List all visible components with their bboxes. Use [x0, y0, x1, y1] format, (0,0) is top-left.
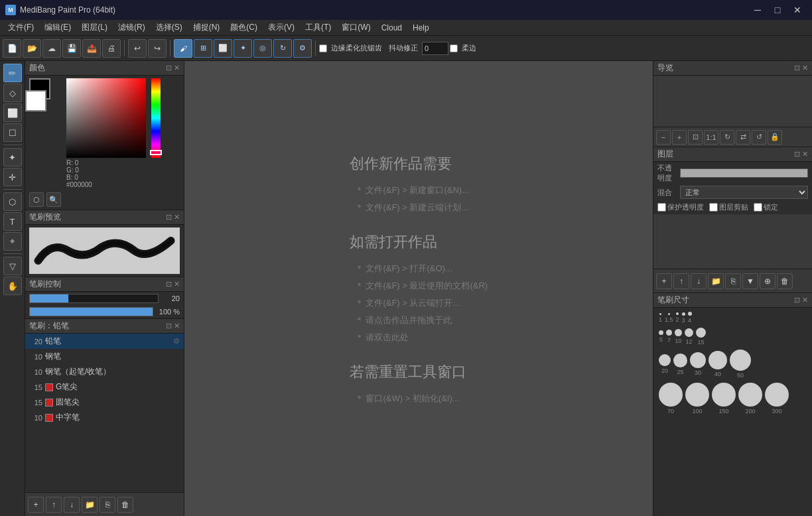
- nav-zoom-out[interactable]: −: [656, 130, 671, 145]
- layers-opacity-slider[interactable]: [680, 168, 808, 178]
- brush-size-cell-15[interactable]: 15: [696, 328, 706, 346]
- brush-size-cell-4[interactable]: 4: [688, 312, 692, 324]
- brush-list-popout[interactable]: ⊡: [166, 322, 172, 330]
- tool-eyedropper[interactable]: ✦: [3, 148, 22, 166]
- layer-merge-button[interactable]: ⊕: [760, 273, 776, 289]
- lock-checkbox[interactable]: [754, 203, 762, 212]
- tool-gradient[interactable]: ▽: [3, 257, 22, 275]
- brush-size-cell-1[interactable]: 1: [659, 313, 662, 323]
- brush-item-pen2[interactable]: 10 钢笔（起笔/收笔）: [25, 364, 184, 379]
- size-slider[interactable]: [29, 294, 159, 303]
- brush-settings-icon[interactable]: ⚙: [173, 337, 180, 346]
- nav-refresh[interactable]: ↺: [752, 130, 766, 145]
- brush-size-cell-30[interactable]: 30: [690, 352, 706, 376]
- nav-flip-h[interactable]: ⇄: [736, 130, 750, 145]
- layers-blend-select[interactable]: 正常: [680, 186, 808, 199]
- menu-file[interactable]: 文件(F): [3, 21, 39, 34]
- tb-redo-button[interactable]: ↪: [148, 39, 167, 58]
- brush-size-cell-5[interactable]: 5: [659, 330, 663, 343]
- tb-new-button[interactable]: 📄: [3, 39, 21, 58]
- brush-size-cell-7[interactable]: 7: [666, 330, 672, 344]
- nav-lock[interactable]: 🔒: [768, 130, 782, 145]
- tb-print-button[interactable]: 🖨: [102, 39, 121, 58]
- navigator-close[interactable]: ✕: [802, 64, 808, 72]
- tb-perspective-mode[interactable]: ✦: [234, 39, 252, 58]
- brush-control-close[interactable]: ✕: [174, 280, 180, 289]
- menu-cloud[interactable]: Cloud: [376, 22, 407, 34]
- nav-actual-size[interactable]: 1:1: [704, 130, 718, 145]
- brush-size-cell-100[interactable]: 100: [685, 383, 709, 415]
- menu-layer[interactable]: 图层(L): [76, 21, 113, 34]
- layer-down-button[interactable]: ▼: [742, 273, 758, 289]
- tb-brush-mode[interactable]: 🖌: [174, 39, 192, 58]
- brush-size-cell-50[interactable]: 50: [730, 350, 751, 379]
- maximize-button[interactable]: □: [768, 3, 787, 17]
- color-tool-1[interactable]: ⬡: [29, 192, 44, 207]
- brush-control-popout[interactable]: ⊡: [166, 280, 172, 289]
- tool-transform[interactable]: ⬡: [3, 192, 22, 211]
- tb-rotate-mode[interactable]: ↻: [273, 39, 292, 58]
- tool-fill[interactable]: ⬜: [3, 103, 22, 122]
- navigator-popout[interactable]: ⊡: [794, 64, 800, 72]
- nav-fit[interactable]: ⊡: [688, 130, 703, 145]
- bg-color-swatch[interactable]: [25, 90, 46, 111]
- brush-preview-close[interactable]: ✕: [174, 213, 180, 222]
- softedge-checkbox[interactable]: [450, 44, 458, 52]
- tb-save-button[interactable]: 💾: [62, 39, 81, 58]
- tb-cloud-button[interactable]: ☁: [42, 39, 61, 58]
- correction-input[interactable]: [422, 42, 448, 55]
- antialias-checkbox[interactable]: [319, 44, 327, 52]
- tb-undo-button[interactable]: ↩: [128, 39, 147, 58]
- brush-folder-button[interactable]: 📁: [82, 497, 98, 513]
- brush-delete-button[interactable]: 🗑: [117, 497, 133, 513]
- tb-symmetry-mode[interactable]: ◎: [253, 39, 272, 58]
- brush-item-g-nib[interactable]: 15 G笔尖: [25, 379, 184, 395]
- layer-export-button[interactable]: ↓: [691, 273, 707, 289]
- brush-size-cell-12[interactable]: 12: [685, 328, 693, 345]
- brush-size-popout[interactable]: ⊡: [794, 296, 800, 304]
- brush-list-close[interactable]: ✕: [174, 322, 180, 330]
- close-button[interactable]: ✕: [788, 3, 807, 17]
- brush-size-cell-40[interactable]: 40: [709, 351, 727, 377]
- color-panel-popout[interactable]: ⊡: [166, 64, 172, 72]
- brush-size-cell-300[interactable]: 300: [765, 383, 789, 415]
- tb-export-button[interactable]: 📤: [82, 39, 101, 58]
- brush-size-cell-70[interactable]: 70: [659, 383, 683, 415]
- tool-selection[interactable]: ☐: [3, 123, 22, 142]
- tool-lasso[interactable]: ⌖: [3, 232, 22, 251]
- tb-grid-mode[interactable]: ⊞: [194, 39, 212, 58]
- menu-select[interactable]: 选择(S): [151, 21, 188, 34]
- tb-snap-mode[interactable]: ⬜: [214, 39, 232, 58]
- protect-alpha-label[interactable]: 保护透明度: [657, 202, 704, 212]
- canvas-area[interactable]: 创作新作品需要 ＊ 文件(&F) > 新建窗口(&N)... ＊ 文件(&F) …: [184, 61, 653, 516]
- menu-tools[interactable]: 工具(T): [300, 21, 336, 34]
- layer-import-button[interactable]: ↑: [673, 273, 689, 289]
- color-gradient[interactable]: [66, 78, 146, 158]
- brush-size-close[interactable]: ✕: [802, 296, 808, 304]
- tool-smudge[interactable]: ✋: [3, 277, 22, 295]
- color-tool-2[interactable]: 🔍: [46, 192, 61, 207]
- brush-item-round-nib[interactable]: 15 圆笔尖: [25, 395, 184, 410]
- color-panel-close[interactable]: ✕: [174, 64, 180, 72]
- brush-size-cell-1.5[interactable]: 1.5: [665, 313, 673, 323]
- brush-preview-popout[interactable]: ⊡: [166, 213, 172, 222]
- tool-eraser[interactable]: ◇: [3, 84, 22, 102]
- menu-color[interactable]: 颜色(C): [225, 21, 263, 34]
- layers-popout[interactable]: ⊡: [794, 150, 800, 159]
- brush-item-pen[interactable]: 10 钢笔: [25, 349, 184, 364]
- tool-move[interactable]: ✛: [3, 168, 22, 186]
- minimize-button[interactable]: ─: [748, 3, 767, 17]
- brush-size-cell-200[interactable]: 200: [738, 383, 762, 415]
- clipping-label[interactable]: 图层剪贴: [709, 202, 748, 212]
- menu-window[interactable]: 窗口(W): [336, 21, 375, 34]
- clipping-checkbox[interactable]: [709, 203, 718, 212]
- brush-item-medium-pen[interactable]: 10 中字笔: [25, 410, 184, 425]
- layer-delete-button[interactable]: 🗑: [777, 273, 793, 289]
- brush-import-button[interactable]: ↑: [46, 497, 62, 513]
- menu-help[interactable]: Help: [407, 22, 435, 34]
- nav-rotate-cw[interactable]: ↻: [720, 130, 734, 145]
- brush-size-cell-25[interactable]: 25: [673, 354, 687, 375]
- tool-pen[interactable]: ✏: [3, 64, 22, 82]
- tool-text[interactable]: T: [3, 212, 22, 231]
- brush-size-cell-10[interactable]: 10: [675, 329, 682, 344]
